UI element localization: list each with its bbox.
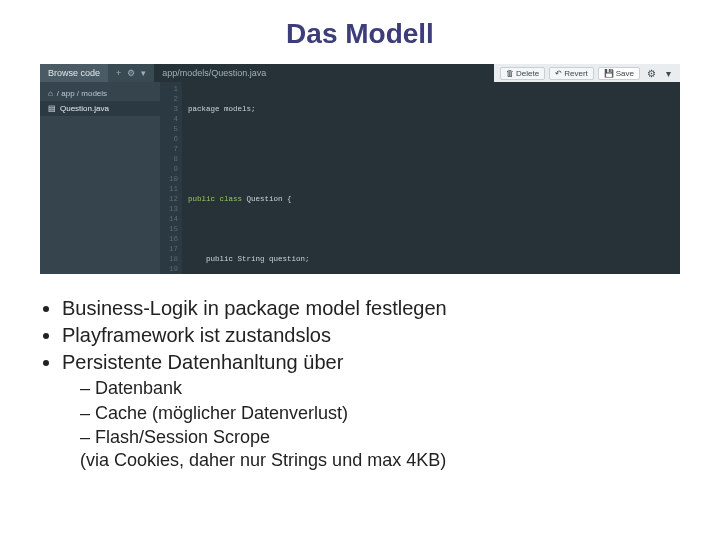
bullet-1: Business-Logik in package model festlege… xyxy=(62,296,690,321)
chevron-down-icon[interactable]: ▾ xyxy=(663,68,674,79)
line-gutter: 123 456 789 101112 131415 161718 192021 xyxy=(160,82,182,274)
sidebar-file-question[interactable]: ▤ Question.java xyxy=(40,101,160,116)
sub-bullet-1: Datenbank xyxy=(80,377,690,400)
slide-title: Das Modell xyxy=(30,18,690,50)
code-area[interactable]: package models; public class Question { … xyxy=(182,82,680,274)
file-sidebar: ⌂ / app / models ▤ Question.java xyxy=(40,82,160,274)
chevron-down-icon[interactable]: ▾ xyxy=(141,68,146,78)
code-editor[interactable]: 123 456 789 101112 131415 161718 192021 … xyxy=(160,82,680,274)
save-button[interactable]: 💾Save xyxy=(598,67,640,80)
sidebar-path[interactable]: ⌂ / app / models xyxy=(40,86,160,101)
bullet-2: Playframework ist zustandslos xyxy=(62,323,690,348)
trash-icon: 🗑 xyxy=(506,69,514,78)
bullet-list: Business-Logik in package model festlege… xyxy=(40,296,690,471)
settings-gear-icon[interactable]: ⚙ xyxy=(644,68,659,79)
sub-bullet-3: Flash/Session Scrope (via Cookies, daher… xyxy=(80,426,690,471)
ide-screenshot: Browse code + ⚙ ▾ app/models/Question.ja… xyxy=(40,64,680,274)
breadcrumb: app/models/Question.java xyxy=(154,64,494,82)
toolbar-right: 🗑Delete ↶Revert 💾Save ⚙ ▾ xyxy=(494,64,680,82)
toolbar-controls: + ⚙ ▾ xyxy=(108,64,154,82)
home-icon: ⌂ xyxy=(48,89,53,98)
revert-button[interactable]: ↶Revert xyxy=(549,67,594,80)
browse-code-label: Browse code xyxy=(40,64,108,82)
bullet-3: Persistente Datenhanltung über Datenbank… xyxy=(62,350,690,471)
ide-toolbar: Browse code + ⚙ ▾ app/models/Question.ja… xyxy=(40,64,680,82)
gear-icon[interactable]: ⚙ xyxy=(127,68,135,78)
undo-icon: ↶ xyxy=(555,69,562,78)
save-icon: 💾 xyxy=(604,69,614,78)
sub-bullet-2: Cache (möglicher Datenverlust) xyxy=(80,402,690,425)
plus-icon[interactable]: + xyxy=(116,68,121,78)
delete-button[interactable]: 🗑Delete xyxy=(500,67,545,80)
file-icon: ▤ xyxy=(48,104,56,113)
